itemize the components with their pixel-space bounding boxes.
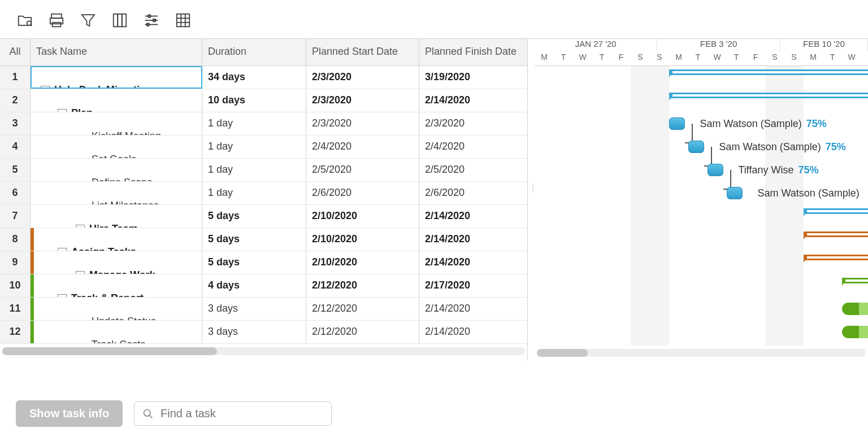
row-number[interactable]: 7 [0,205,31,228]
table-row[interactable]: 8−Assign Tasks5 days2/10/20202/14/2020 [0,228,527,251]
show-task-info-button[interactable]: Show task info [16,400,123,427]
print-icon[interactable] [47,11,66,29]
start-cell[interactable]: 2/10/2020 [306,251,419,274]
task-name-cell[interactable]: +Manage Work [31,251,202,274]
duration-cell[interactable]: 1 day [202,159,306,181]
duration-cell[interactable]: 3 days [202,321,306,343]
task-name-cell[interactable]: −Track & Report [31,274,202,297]
row-number[interactable]: 10 [0,274,31,297]
summary-bar[interactable] [669,69,868,75]
task-bar[interactable] [708,164,723,176]
col-header-all[interactable]: All [0,39,31,65]
duration-cell[interactable]: 5 days [202,205,306,228]
summary-bar[interactable] [804,208,868,214]
row-number[interactable]: 12 [0,321,31,343]
duration-cell[interactable]: 5 days [202,251,306,274]
task-name-cell[interactable]: −Plan [31,89,202,112]
table-row[interactable]: 10−Track & Report4 days2/12/20202/17/202… [0,274,527,298]
folder-search-icon[interactable] [16,11,34,29]
expand-icon[interactable]: + [76,271,85,274]
filter-icon[interactable] [79,11,97,29]
start-cell[interactable]: 2/10/2020 [306,228,419,251]
col-header-task[interactable]: Task Name [31,39,202,65]
search-input[interactable] [159,407,323,421]
finish-cell[interactable]: 2/14/2020 [419,228,526,251]
start-cell[interactable]: 2/12/2020 [306,321,419,343]
finish-cell[interactable]: 2/14/2020 [419,298,526,320]
task-name-cell[interactable]: Define Scope [31,159,202,181]
summary-bar[interactable] [804,231,868,237]
table-row[interactable]: 2−Plan10 days2/3/20202/14/2020 [0,89,527,112]
row-number[interactable]: 6 [0,182,31,204]
search-box[interactable] [134,401,332,426]
expand-icon[interactable]: + [76,225,85,228]
task-name-cell[interactable]: List Milestones [31,182,202,204]
finish-cell[interactable]: 2/3/2020 [419,112,526,135]
finish-cell[interactable]: 2/17/2020 [419,274,526,297]
task-name-cell[interactable]: Kickoff Meeting [31,112,202,135]
start-cell[interactable]: 2/3/2020 [306,112,419,135]
row-number[interactable]: 1 [0,66,31,89]
start-cell[interactable]: 2/3/2020 [306,66,419,89]
duration-cell[interactable]: 1 day [202,112,306,135]
task-name-cell[interactable]: Set Goals [31,136,202,158]
table-row[interactable]: 4Set Goals1 day2/4/20202/4/2020 [0,136,527,159]
row-number[interactable]: 5 [0,159,31,181]
row-number[interactable]: 11 [0,298,31,320]
table-row[interactable]: 7+Hire Team5 days2/10/20202/14/2020 [0,205,527,228]
finish-cell[interactable]: 2/14/2020 [419,251,526,274]
duration-cell[interactable]: 1 day [202,182,306,204]
finish-cell[interactable]: 2/5/2020 [419,159,526,181]
task-name-cell[interactable]: Update Status [31,298,202,320]
row-number[interactable]: 2 [0,89,31,112]
collapse-icon[interactable]: − [41,86,50,89]
start-cell[interactable]: 2/4/2020 [306,136,419,158]
sliders-icon[interactable] [142,11,160,29]
task-name-cell[interactable]: Track Costs [31,321,202,343]
duration-cell[interactable]: 3 days [202,298,306,320]
table-row[interactable]: 9+Manage Work5 days2/10/20202/14/2020 [0,251,527,274]
duration-cell[interactable]: 4 days [202,274,306,297]
duration-cell[interactable]: 5 days [202,228,306,251]
row-number[interactable]: 8 [0,228,31,251]
table-row[interactable]: 6List Milestones1 day2/6/20202/6/2020 [0,182,527,205]
finish-cell[interactable]: 2/14/2020 [419,205,526,228]
duration-cell[interactable]: 10 days [202,89,306,112]
table-row[interactable]: 1−Help Desk Migration34 days2/3/20203/19… [0,66,527,89]
start-cell[interactable]: 2/5/2020 [306,159,419,181]
collapse-icon[interactable]: − [58,248,67,251]
gantt-scrollbar[interactable] [537,349,866,357]
finish-cell[interactable]: 2/14/2020 [419,89,526,112]
finish-cell[interactable]: 3/19/2020 [419,66,526,89]
start-cell[interactable]: 2/12/2020 [306,274,419,297]
row-number[interactable]: 9 [0,251,31,274]
grid-scrollbar[interactable] [2,347,525,355]
grid-icon[interactable] [174,11,192,29]
task-name-cell[interactable]: −Help Desk Migration [31,66,202,89]
finish-cell[interactable]: 2/6/2020 [419,182,526,204]
task-name-cell[interactable]: −Assign Tasks [31,228,202,251]
table-row[interactable]: 5Define Scope1 day2/5/20202/5/2020 [0,159,527,182]
finish-cell[interactable]: 2/4/2020 [419,136,526,158]
start-cell[interactable]: 2/3/2020 [306,89,419,112]
progress-bar[interactable] [842,303,868,315]
table-row[interactable]: 11Update Status3 days2/12/20202/14/2020 [0,298,527,321]
summary-bar[interactable] [804,255,868,260]
collapse-icon[interactable]: − [58,109,67,112]
col-header-start[interactable]: Planned Start Date [306,39,419,65]
table-row[interactable]: 12Track Costs3 days2/12/20202/14/2020 [0,321,527,344]
start-cell[interactable]: 2/12/2020 [306,298,419,320]
start-cell[interactable]: 2/6/2020 [306,182,419,204]
task-bar[interactable] [669,117,685,130]
col-header-finish[interactable]: Planned Finish Date [419,39,526,65]
row-number[interactable]: 3 [0,112,31,135]
task-name-cell[interactable]: +Hire Team [31,205,202,228]
collapse-icon[interactable]: − [58,294,67,298]
col-header-duration[interactable]: Duration [202,39,306,65]
task-bar[interactable] [727,187,743,199]
task-bar[interactable] [688,141,704,153]
splitter[interactable]: ⋮⋮ [528,39,535,360]
progress-bar[interactable] [842,326,868,338]
summary-bar[interactable] [842,278,868,283]
table-row[interactable]: 3Kickoff Meeting1 day2/3/20202/3/2020 [0,112,527,136]
